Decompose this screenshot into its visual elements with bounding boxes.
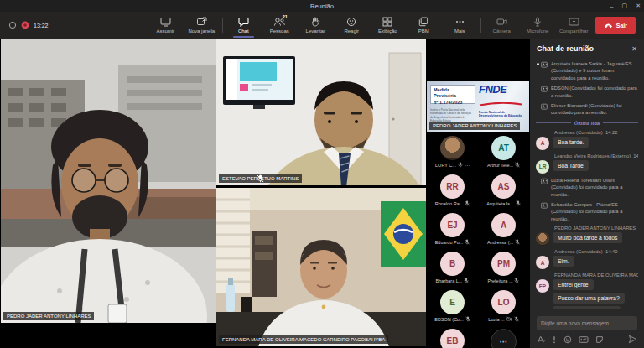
leave-button[interactable]: Sair [595, 17, 636, 34]
emoji-icon[interactable] [564, 335, 572, 344]
message-input[interactable] [537, 316, 637, 330]
maximize-button[interactable]: ▢ [622, 3, 628, 9]
camera-button[interactable]: Câmera [484, 13, 520, 38]
sticker-icon[interactable] [595, 335, 604, 344]
toolbar-divider [480, 18, 481, 33]
assumir-label: Assumir [156, 29, 174, 34]
chat-event: Luzia Helena Toressani Olioni (Convidado… [541, 177, 638, 198]
people-count-badge: 21 [283, 14, 288, 19]
participants-panel: LORY C... ⋯ AT Arthur Tele... RR Ronaldo… [427, 136, 529, 348]
message-author: Leandro Vieira Rodrigues (Externo) [554, 153, 631, 158]
avatar-initials: AS [498, 182, 510, 191]
avatar: A [536, 256, 549, 269]
mais-label: Mais [454, 29, 465, 34]
mic-muted-icon [458, 162, 463, 168]
participant-name: FERNANDA MARA DE OLIVEIRA MACEDO CARNEIR… [222, 337, 385, 342]
invite-icon [541, 202, 548, 209]
avatar-initials: RR [446, 182, 458, 191]
levantar-button[interactable]: Levantar [298, 13, 334, 38]
mic-muted-icon [514, 278, 519, 283]
nova-janela-button[interactable]: Nova janela [184, 13, 220, 38]
message-author: Andressa (Convidado) [554, 249, 603, 254]
video-tile-pedro[interactable]: PEDRO JADER ANTONY LINHARES [1, 39, 216, 323]
camera-label: Câmera [493, 29, 511, 34]
chat-composer [530, 309, 644, 348]
show-all-icon: ⋯ [491, 329, 517, 348]
avatar: RR [440, 174, 465, 199]
slide-title: Medida Provisória [434, 87, 472, 100]
mic-muted-icon [464, 278, 469, 283]
participant-label: Arquiteta Is... [486, 201, 513, 206]
participant-label: Prefeitura ... [488, 278, 513, 283]
chat-button[interactable]: Chat [226, 13, 262, 38]
avatar-initials: B [449, 259, 455, 268]
participant-label: Eduardo Pu... [435, 240, 464, 245]
participant-arthur[interactable]: AT Arthur Tele... [478, 136, 529, 174]
last-read-divider: Última lida [536, 121, 638, 126]
mic-muted-icon [516, 200, 521, 206]
mic-muted-icon [514, 316, 519, 322]
participant-arquiteta[interactable]: AS Arquiteta Is... [478, 174, 529, 213]
participant-lory[interactable]: LORY C... ⋯ [427, 136, 478, 174]
format-icon[interactable] [537, 335, 545, 344]
participant-name: PEDRO JADER ANTONY LINHARES [7, 314, 91, 319]
participant-label: LORY C... [435, 163, 456, 168]
chat-event: Sebastião Campos - Piúma/ES (Convidado) … [541, 201, 638, 222]
avatar-initials: FP [539, 283, 546, 289]
chat-icon [238, 17, 249, 27]
presenter-name: PEDRO JADER ANTONY LINHARES [433, 123, 517, 128]
participant-edson[interactable]: E EDSON (Co... [427, 290, 478, 329]
message-time: 14:22 [605, 130, 618, 135]
estevao-video-scene [216, 39, 426, 185]
chat-message: Leandro Vieira Rodrigues (Externo) 14:22… [536, 153, 638, 174]
chat-message-list[interactable]: Arquiteta Isabela Sarkis - Jaguaré/ES (C… [530, 57, 644, 309]
event-text: Elieser Biancardi (Convidado) foi convid… [551, 102, 638, 117]
gif-icon[interactable] [579, 335, 589, 344]
send-icon[interactable] [628, 335, 637, 344]
chat-label: Chat [238, 29, 249, 34]
avatar-initials: EJ [447, 221, 457, 230]
delivery-options-icon[interactable] [552, 335, 557, 344]
video-tile-fernanda[interactable]: FERNANDA MARA DE OLIVEIRA MACEDO CARNEIR… [216, 188, 426, 346]
avatar-initials: E [449, 298, 455, 307]
avatar-initials: PM [497, 259, 510, 268]
minimize-button[interactable]: – [610, 3, 614, 9]
show-all-button[interactable]: ⋯ Exibir todos [478, 329, 529, 348]
pbm-label: PBM [418, 29, 429, 34]
reagir-button[interactable]: Reagir [334, 13, 370, 38]
takeover-icon [160, 17, 171, 27]
video-tile-estevao[interactable]: ESTEVAO PERPETUO MARTINS [216, 39, 426, 185]
participant-label: Andressa (... [487, 240, 513, 245]
event-text: EDSON (Convidado) foi convidado para a r… [551, 85, 638, 99]
event-text: Sebastião Campos - Piúma/ES (Convidado) … [551, 201, 638, 222]
pessoas-button[interactable]: 21 Pessoas [262, 13, 298, 38]
exibicao-button[interactable]: Exibição [370, 13, 406, 38]
chat-close-icon[interactable]: ✕ [631, 45, 637, 53]
invite-icon [541, 103, 548, 110]
microfone-button[interactable]: Microfone [520, 13, 556, 38]
message-bubble: Posso dar uma palavra? [553, 293, 625, 304]
meeting-timer: 13:22 [34, 23, 49, 29]
participant-andressa[interactable]: A Andressa (... [478, 213, 529, 252]
close-button[interactable]: ✕ [636, 3, 641, 9]
event-text: Luzia Helena Toressani Olioni (Convidado… [551, 177, 638, 198]
participant-elieser[interactable]: EB Elieser Bian... [427, 329, 478, 348]
avatar: LO [491, 290, 516, 314]
participant-eduardo[interactable]: EJ Eduardo Pu... [427, 213, 478, 252]
message-bubble: Muito boa tarde a todos [553, 232, 622, 243]
participant-luzia[interactable]: LO Luzia ... [478, 290, 529, 329]
compartilhar-button[interactable]: Compartilhar [556, 13, 592, 38]
participant-bharbara[interactable]: B Bharbara L... [427, 252, 478, 290]
avatar [536, 232, 549, 246]
participant-ronaldo[interactable]: RR Ronaldo Ra... [427, 174, 478, 213]
more-icon[interactable]: ⋯ [465, 162, 470, 168]
hang-up-icon [604, 23, 613, 29]
screen-share-tile[interactable]: Medida Provisória nº 1.174/2023 FNDE Fun… [427, 81, 529, 132]
message-author: Andressa (Convidado) [554, 130, 603, 135]
participant-name-label: ESTEVAO PERPETUO MARTINS [219, 174, 302, 183]
participant-prefeitura[interactable]: PM Prefeitura ... [478, 252, 529, 290]
pbm-app-button[interactable]: PBM [406, 13, 442, 38]
meeting-toolbar: 13:22 Assumir Nova janela Chat 21 Pessoa… [0, 12, 644, 39]
assumir-button[interactable]: Assumir [148, 13, 184, 38]
mais-button[interactable]: Mais [442, 13, 478, 38]
